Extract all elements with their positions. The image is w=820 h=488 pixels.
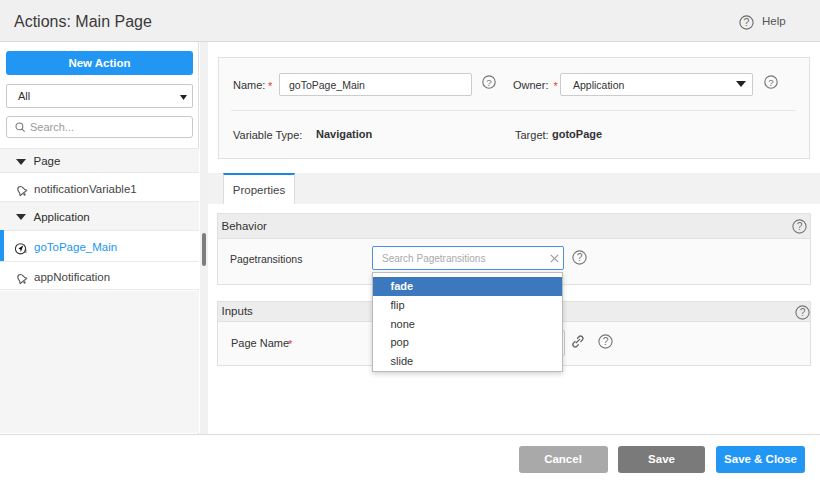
svg-text:?: ?: [768, 77, 774, 88]
svg-text:?: ?: [797, 221, 803, 232]
svg-text:?: ?: [486, 77, 492, 88]
svg-text:?: ?: [603, 336, 609, 347]
svg-text:?: ?: [577, 252, 583, 263]
svg-text:?: ?: [800, 307, 806, 318]
svg-text:?: ?: [744, 16, 750, 28]
